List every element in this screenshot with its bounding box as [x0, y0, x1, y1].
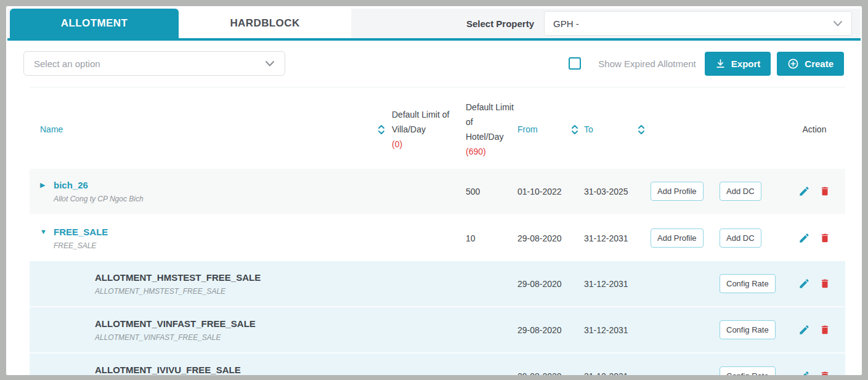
config-rate-button[interactable]: Config Rate [720, 320, 776, 339]
add-profile-button[interactable]: Add Profile [651, 228, 704, 248]
sort-icon[interactable] [637, 124, 651, 135]
config-rate-button[interactable]: Config Rate [720, 274, 776, 293]
delete-button[interactable] [819, 232, 830, 244]
to-date: 31-03-2025 [584, 187, 637, 196]
allotment-subtitle: Allot Cong ty CP Ngoc Bich [54, 195, 144, 203]
add-profile-button[interactable]: Add Profile [651, 182, 704, 201]
filter-select[interactable]: Select an option [23, 51, 285, 76]
from-date: 29-08-2020 [517, 325, 570, 335]
table-row-child: ALLOTMENT_HMSTEST_FREE_SALE ALLOTMENT_HM… [30, 261, 845, 307]
allotment-name: ALLOTMENT_HMSTEST_FREE_SALE [95, 272, 261, 283]
sort-icon[interactable] [377, 124, 386, 135]
tab-hardblock[interactable]: HARDBLOCK [179, 9, 351, 38]
trash-icon [819, 185, 830, 197]
allotment-page: ALLOTMENT HARDBLOCK Select Property GPH … [6, 6, 862, 375]
edit-button[interactable] [798, 370, 810, 375]
allotment-name: ALLOTMENT_VINFAST_FREE_SALE [95, 318, 256, 329]
pencil-icon [798, 232, 810, 244]
plus-circle-icon [787, 58, 799, 70]
to-date: 31-12-2031 [584, 279, 637, 289]
property-select-value: GPH - [553, 18, 579, 29]
allotment-name-link[interactable]: FREE_SALE [54, 227, 108, 237]
property-selector-group: Select Property GPH - [466, 9, 861, 38]
filter-select-value: Select an option [34, 59, 100, 69]
edit-button[interactable] [798, 232, 810, 244]
toolbar: Select an option Show Expired Allotment … [6, 41, 862, 87]
edit-button[interactable] [798, 324, 810, 336]
from-date: 29-08-2020 [517, 233, 570, 243]
table-row: ▶ bich_26 Allot Cong ty CP Ngoc Bich 500… [30, 169, 845, 215]
toolbar-right: Show Expired Allotment Export Create [569, 52, 844, 76]
select-property-label: Select Property [466, 18, 534, 29]
edit-button[interactable] [798, 185, 810, 197]
trash-icon [819, 278, 830, 289]
window-frame: ALLOTMENT HARDBLOCK Select Property GPH … [0, 0, 868, 380]
show-expired-label: Show Expired Allotment [598, 59, 696, 69]
column-header-hotel-limit: Default Limit of Hotel/Day (690) [466, 100, 517, 159]
expand-row-icon[interactable]: ▶ [40, 180, 54, 189]
allotment-subtitle: ALLOTMENT_HMSTEST_FREE_SALE [95, 287, 261, 296]
export-button-label: Export [731, 59, 761, 69]
from-date: 29-08-2020 [517, 371, 570, 376]
collapse-row-icon[interactable]: ▼ [40, 227, 54, 235]
property-select[interactable]: GPH - [544, 11, 852, 36]
table-row-child: ALLOTMENT_IVIVU_FREE_SALE ALLOTMENT_IVIV… [30, 354, 845, 375]
hotel-limit-total: (690) [466, 144, 517, 159]
allotment-subtitle: ALLOTMENT_VINFAST_FREE_SALE [95, 333, 256, 342]
column-header-villa-limit: Default Limit of Villa/Day (0) [392, 107, 466, 152]
trash-icon [819, 232, 830, 244]
column-header-name[interactable]: Name [40, 124, 63, 134]
config-rate-button[interactable]: Config Rate [720, 366, 776, 375]
chevron-down-icon [265, 60, 275, 67]
pencil-icon [798, 185, 810, 197]
hotel-limit-value: 500 [466, 187, 517, 196]
table-row-child: ALLOTMENT_VINFAST_FREE_SALE ALLOTMENT_VI… [30, 307, 845, 354]
column-header-to[interactable]: To [584, 124, 637, 134]
tab-bar: ALLOTMENT HARDBLOCK Select Property GPH … [7, 9, 861, 41]
pencil-icon [798, 324, 810, 336]
villa-limit-total: (0) [392, 137, 466, 152]
column-header-action: Action [784, 124, 845, 134]
allotment-name-link[interactable]: bich_26 [54, 180, 144, 190]
tab-allotment[interactable]: ALLOTMENT [10, 9, 179, 38]
trash-icon [819, 370, 830, 375]
pencil-icon [798, 370, 810, 375]
table-row: ▼ FREE_SALE FREE_SALE 10 29-08-2020 31-1… [30, 215, 845, 261]
to-date: 31-12-2031 [584, 325, 637, 335]
to-date: 31-12-2031 [584, 371, 637, 376]
sort-icon[interactable] [570, 124, 584, 135]
add-dc-button[interactable]: Add DC [720, 182, 761, 201]
delete-button[interactable] [819, 185, 830, 197]
delete-button[interactable] [819, 370, 830, 375]
allotment-name: ALLOTMENT_IVIVU_FREE_SALE [95, 365, 241, 375]
show-expired-checkbox[interactable] [569, 57, 581, 70]
from-date: 29-08-2020 [517, 279, 570, 289]
column-header-from[interactable]: From [517, 124, 570, 134]
delete-button[interactable] [819, 278, 830, 289]
from-date: 01-10-2022 [517, 187, 570, 196]
allotment-subtitle: FREE_SALE [54, 241, 108, 250]
pencil-icon [798, 278, 810, 289]
create-button[interactable]: Create [777, 52, 844, 76]
export-button[interactable]: Export [705, 52, 771, 76]
trash-icon [819, 324, 830, 336]
hotel-limit-value: 10 [466, 233, 517, 243]
to-date: 31-12-2031 [584, 233, 637, 243]
download-icon [715, 59, 726, 69]
create-button-label: Create [805, 59, 834, 69]
table-header: Name Default Limit of Villa/Day (0) Defa… [30, 87, 845, 169]
allotment-table: Name Default Limit of Villa/Day (0) Defa… [30, 87, 845, 375]
edit-button[interactable] [798, 278, 810, 289]
chevron-down-icon [833, 20, 843, 27]
delete-button[interactable] [819, 324, 830, 336]
add-dc-button[interactable]: Add DC [720, 228, 761, 248]
